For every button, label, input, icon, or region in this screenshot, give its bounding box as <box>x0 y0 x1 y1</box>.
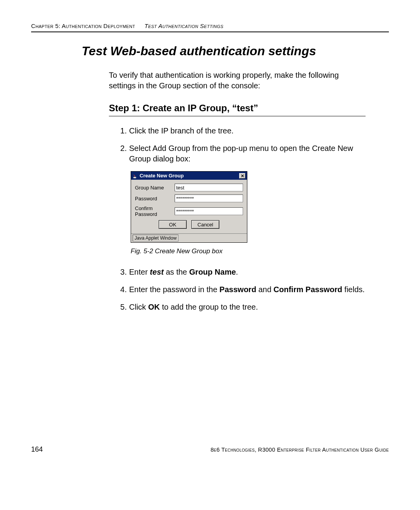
create-new-group-dialog: Create New Group ✕ Group Name Password C… <box>131 171 247 243</box>
confirm-password-label: Confirm Password <box>135 205 175 217</box>
dialog-status-bar: Java Applet Window <box>131 233 247 242</box>
list-item: 5. Click OK to add the group to the tree… <box>117 302 366 312</box>
list-item: 4. Enter the password in the Password an… <box>117 284 366 295</box>
page-footer: 164 8e6 Technologies, R3000 Enterprise F… <box>31 445 389 454</box>
list-number: 3. <box>117 267 129 277</box>
list-number: 4. <box>117 284 129 295</box>
form-row-password: Password <box>135 195 243 202</box>
header-section: Test Authentication Settings <box>145 23 224 29</box>
list-item: 1. Click the IP branch of the tree. <box>117 126 366 136</box>
list-item: 2. Select Add Group from the pop-up menu… <box>117 143 366 164</box>
figure: Create New Group ✕ Group Name Password C… <box>131 171 389 243</box>
java-icon <box>133 173 138 179</box>
list-text: Click OK to add the group to the tree. <box>129 302 366 312</box>
figure-caption: Fig. 5-2 Create New Group box <box>131 247 389 255</box>
dialog-title-text: Create New Group <box>140 173 184 179</box>
ok-button[interactable]: OK <box>159 220 187 229</box>
running-header: Chapter 5: Authentication Deployment Tes… <box>31 23 389 32</box>
step-heading: Step 1: Create an IP Group, “test” <box>109 103 366 116</box>
close-button[interactable]: ✕ <box>239 173 245 179</box>
cancel-button[interactable]: Cancel <box>191 220 219 229</box>
status-text: Java Applet Window <box>133 235 178 242</box>
step-list-bottom: 3. Enter test as the Group Name. 4. Ente… <box>117 267 366 312</box>
dialog-titlebar: Create New Group ✕ <box>131 172 247 180</box>
header-chapter: Chapter 5: Authentication Deployment <box>31 23 135 29</box>
password-input[interactable] <box>175 195 243 202</box>
group-name-label: Group Name <box>135 185 175 191</box>
list-text: Enter the password in the Password and C… <box>129 284 366 295</box>
group-name-input[interactable] <box>175 184 243 191</box>
dialog-body: Group Name Password Confirm Password OK … <box>131 180 247 233</box>
list-number: 1. <box>117 126 129 136</box>
footer-text: 8e6 Technologies, R3000 Enterprise Filte… <box>210 447 389 453</box>
intro-paragraph: To verify that authentication is working… <box>109 70 366 91</box>
form-row-group-name: Group Name <box>135 184 243 191</box>
page-number: 164 <box>31 445 43 454</box>
list-text: Enter test as the Group Name. <box>129 267 366 277</box>
dialog-button-row: OK Cancel <box>135 220 243 229</box>
step-list-top: 1. Click the IP branch of the tree. 2. S… <box>117 126 366 164</box>
list-text: Click the IP branch of the tree. <box>129 126 366 136</box>
page-title: Test Web-based authentication settings <box>82 44 389 58</box>
list-text: Select Add Group from the pop-up menu to… <box>129 143 366 164</box>
list-number: 5. <box>117 302 129 312</box>
list-number: 2. <box>117 143 129 164</box>
confirm-password-input[interactable] <box>175 207 243 215</box>
list-item: 3. Enter test as the Group Name. <box>117 267 366 277</box>
password-label: Password <box>135 196 175 202</box>
form-row-confirm-password: Confirm Password <box>135 205 243 217</box>
